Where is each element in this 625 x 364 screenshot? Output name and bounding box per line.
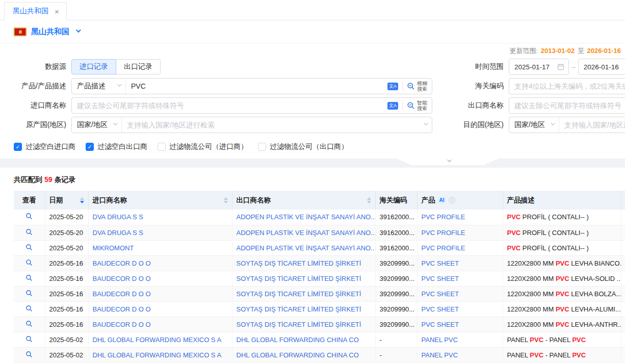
- importer-link[interactable]: DVA DRUGA S S: [93, 213, 143, 221]
- hs-code-cell: -: [375, 332, 417, 347]
- origin-country-select[interactable]: 国家/地区: [72, 117, 122, 133]
- filter-checkbox[interactable]: ✓过滤空白进口商: [14, 142, 75, 151]
- date-cell: 2025-05-02: [45, 347, 88, 362]
- datasource-segmented: 进口记录 出口记录: [71, 59, 161, 74]
- product-link[interactable]: PVC PROFILE: [422, 229, 465, 237]
- importer-link[interactable]: MIKROMONT: [93, 244, 134, 252]
- exporter-link[interactable]: SOYTAŞ DIŞ TİCARET LİMİTED ŞİRKETİ: [237, 259, 361, 267]
- view-record-icon[interactable]: [25, 244, 33, 252]
- tab-bar: 黑山共和国 ×: [0, 0, 625, 20]
- importer-link[interactable]: DHL GLOBAL FORWARDING MEXICO S A: [93, 351, 222, 359]
- view-record-icon[interactable]: [25, 213, 33, 221]
- fuzzy-search-button[interactable]: 模糊搜索: [403, 79, 432, 94]
- importer-link[interactable]: BAUDECOR D O O: [93, 321, 151, 328]
- destination-country-select[interactable]: 国家/地区: [509, 117, 559, 133]
- filter-checkbox[interactable]: 过滤物流公司（出口商）: [258, 142, 348, 151]
- date-cell: 2025-05-16: [45, 301, 88, 317]
- import-records-button[interactable]: 进口记录: [71, 59, 116, 74]
- col-product: 产品 AI i: [417, 191, 503, 210]
- exporter-link[interactable]: DHL GLOBAL FORWARDING CHINA CO: [237, 351, 359, 359]
- exporter-link[interactable]: SOYTAŞ DIŞ TİCARET LİMİTED ŞİRKETİ: [237, 305, 361, 313]
- translate-icon[interactable]: 文A: [387, 102, 398, 110]
- product-label: 产品/产品描述: [0, 82, 71, 91]
- importer-input[interactable]: [72, 98, 383, 113]
- filter-checkbox[interactable]: ✓过滤空白出口商: [86, 142, 147, 151]
- product-link[interactable]: PVC SHEET: [422, 321, 459, 328]
- hs-code-cell: -: [375, 347, 417, 362]
- table-row: 2025-05-16BAUDECOR D O OSOYTAŞ DIŞ TİCAR…: [14, 255, 625, 271]
- product-link[interactable]: PVC SHEET: [422, 290, 459, 298]
- smart-search-button[interactable]: 智能搜索: [403, 98, 432, 113]
- hs-code-input[interactable]: [509, 78, 625, 94]
- view-record-icon[interactable]: [25, 274, 33, 283]
- exporter-link[interactable]: SOYTAŞ DIŞ TİCARET LİMİTED ŞİRKETİ: [237, 290, 361, 298]
- result-count-number: 59: [44, 175, 53, 184]
- search-icon: [407, 82, 415, 90]
- exporter-link[interactable]: ADOPEN PLASTİK VE İNŞAAT SANAYİ ANO...: [237, 229, 376, 237]
- sort-icon-date[interactable]: [77, 197, 84, 203]
- destination-country-input[interactable]: [559, 117, 625, 133]
- col-hs-code: 海关编码: [375, 191, 417, 210]
- origin-country-input[interactable]: [122, 117, 422, 133]
- importer-link[interactable]: BAUDECOR D O O: [93, 275, 151, 282]
- date-cell: 2025-05-16: [45, 255, 88, 271]
- date-end-input[interactable]: [584, 63, 625, 71]
- product-link[interactable]: PVC SHEET: [422, 305, 459, 313]
- table-header-row: 查看 日期 进口商名称 出口商名称 海关编码 产品 AI: [14, 191, 625, 210]
- country-title: 黑山共和国: [31, 27, 69, 37]
- view-record-icon[interactable]: [25, 320, 33, 329]
- product-link[interactable]: PANEL PVC: [422, 336, 458, 344]
- chevron-down-icon[interactable]: [76, 28, 81, 33]
- product-type-select[interactable]: 产品描述: [72, 79, 126, 94]
- exporter-link[interactable]: DHL GLOBAL FORWARDING CHINA CO: [237, 336, 359, 344]
- product-link[interactable]: PANEL PVC: [422, 351, 458, 359]
- close-icon[interactable]: ×: [55, 8, 59, 15]
- exporter-input[interactable]: [509, 97, 625, 114]
- exporter-link[interactable]: ADOPEN PLASTİK VE İNŞAAT SANAYİ ANO...: [237, 213, 376, 221]
- product-link[interactable]: PVC PROFILE: [422, 213, 465, 221]
- hs-code-cell: 39209990...: [375, 255, 417, 271]
- importer-link[interactable]: DHL GLOBAL FORWARDING MEXICO S A: [93, 336, 222, 344]
- product-link[interactable]: PVC SHEET: [422, 275, 459, 282]
- sort-icon-exporter[interactable]: [364, 197, 371, 203]
- view-record-icon[interactable]: [25, 228, 33, 237]
- importer-link[interactable]: BAUDECOR D O O: [93, 290, 151, 298]
- date-start-field[interactable]: [509, 59, 569, 75]
- chevron-down-icon: [551, 121, 555, 125]
- checkbox-icon: [258, 143, 266, 151]
- table-row: 2025-05-16BAUDECOR D O OSOYTAŞ DIŞ TİCAR…: [14, 271, 625, 286]
- date-cell: 2025-05-16: [45, 317, 88, 332]
- product-input[interactable]: [126, 79, 383, 94]
- date-end-field[interactable]: [578, 59, 625, 75]
- translate-icon[interactable]: 文A: [387, 83, 398, 90]
- importer-link[interactable]: BAUDECOR D O O: [93, 259, 151, 267]
- date-cell: 2025-05-20: [45, 225, 88, 240]
- exporter-link[interactable]: SOYTAŞ DIŞ TİCARET LİMİTED ŞİRKETİ: [237, 275, 361, 282]
- info-icon[interactable]: i: [449, 197, 455, 203]
- view-record-icon[interactable]: [25, 259, 33, 268]
- collapse-panel-toggle[interactable]: [397, 159, 499, 165]
- date-start-input[interactable]: [514, 63, 557, 71]
- cutoff-cell: [621, 286, 625, 301]
- table-row: 2025-05-02DHL GLOBAL FORWARDING MEXICO S…: [14, 332, 625, 347]
- view-record-icon[interactable]: [25, 335, 33, 344]
- export-records-button[interactable]: 出口记录: [116, 59, 161, 74]
- view-record-icon[interactable]: [25, 290, 33, 298]
- table-row: 2025-05-20MIKROMONTADOPEN PLASTİK VE İNŞ…: [14, 240, 625, 255]
- filter-checkbox[interactable]: 过滤物流公司（进口商）: [158, 142, 248, 151]
- exporter-link[interactable]: SOYTAŞ DIŞ TİCARET LİMİTED ŞİRKETİ: [237, 321, 361, 328]
- country-header: 黑山共和国: [0, 20, 625, 43]
- table-body: 2025-05-20DVA DRUGA S SADOPEN PLASTİK VE…: [14, 210, 625, 362]
- exporter-link[interactable]: ADOPEN PLASTİK VE İNŞAAT SANAYİ ANO...: [237, 244, 376, 252]
- importer-link[interactable]: BAUDECOR D O O: [93, 305, 151, 313]
- hs-code-cell: 39162000...: [375, 210, 417, 225]
- table-row: 2025-05-20DVA DRUGA S SADOPEN PLASTİK VE…: [14, 225, 625, 240]
- product-link[interactable]: PVC SHEET: [422, 259, 459, 267]
- form-row-product: 产品/产品描述 产品描述 文A 模糊搜索 海关编码: [0, 78, 625, 94]
- sort-icon-importer[interactable]: [221, 197, 228, 203]
- view-record-icon[interactable]: [25, 305, 33, 314]
- tab-montenegro[interactable]: 黑山共和国 ×: [4, 2, 67, 20]
- view-record-icon[interactable]: [25, 351, 33, 359]
- importer-link[interactable]: DVA DRUGA S S: [93, 229, 143, 237]
- product-link[interactable]: PVC PROFILE: [422, 244, 465, 252]
